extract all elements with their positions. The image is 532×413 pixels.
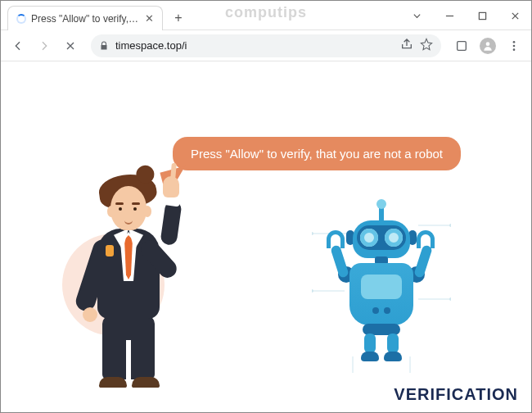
profile-avatar[interactable] (477, 35, 498, 57)
minimize-button[interactable] (433, 1, 466, 30)
svg-point-13 (449, 297, 451, 301)
menu-dots-icon[interactable] (503, 35, 525, 57)
close-window-button[interactable] (498, 1, 531, 30)
back-button[interactable] (7, 35, 29, 57)
share-icon[interactable] (400, 38, 413, 53)
svg-point-5 (513, 48, 516, 51)
bookmark-star-icon[interactable] (420, 38, 433, 53)
browser-toolbar: timespace.top/i (1, 30, 531, 61)
maximize-button[interactable] (466, 1, 498, 30)
address-bar[interactable]: timespace.top/i (91, 34, 441, 57)
svg-point-4 (513, 44, 516, 47)
tab-title: Press "Allow" to verify, that you a (31, 13, 138, 25)
speech-bubble: Press "Allow" to verify, that you are no… (173, 137, 461, 170)
verification-footer-text: VERIFICATION (394, 385, 518, 404)
window-titlebar: computips Press "Allow" to verify, that … (1, 1, 531, 30)
extensions-icon[interactable] (451, 35, 472, 57)
url-text: timespace.top/i (115, 39, 394, 52)
svg-point-7 (312, 232, 313, 235)
lock-icon (99, 41, 109, 51)
businessman-illustration (74, 193, 181, 389)
browser-tab[interactable]: Press "Allow" to verify, that you a ✕ (7, 6, 163, 30)
svg-rect-0 (479, 12, 485, 19)
svg-rect-1 (458, 41, 467, 50)
bubble-text: Press "Allow" to verify, that you are no… (191, 147, 443, 161)
svg-point-2 (486, 42, 490, 46)
page-content: Press "Allow" to verify, that you are no… (1, 61, 531, 412)
loading-spinner-icon (16, 14, 26, 24)
svg-point-3 (513, 41, 516, 43)
svg-point-11 (449, 224, 451, 227)
forward-button[interactable] (34, 35, 55, 57)
close-tab-icon[interactable]: ✕ (143, 12, 156, 25)
svg-point-9 (312, 289, 313, 293)
stop-reload-button[interactable] (60, 35, 81, 57)
chevron-down-icon[interactable] (400, 1, 433, 30)
watermark-text: computips (225, 4, 307, 21)
window-controls (400, 1, 531, 30)
new-tab-button[interactable]: + (168, 7, 189, 29)
robot-illustration (312, 201, 451, 373)
